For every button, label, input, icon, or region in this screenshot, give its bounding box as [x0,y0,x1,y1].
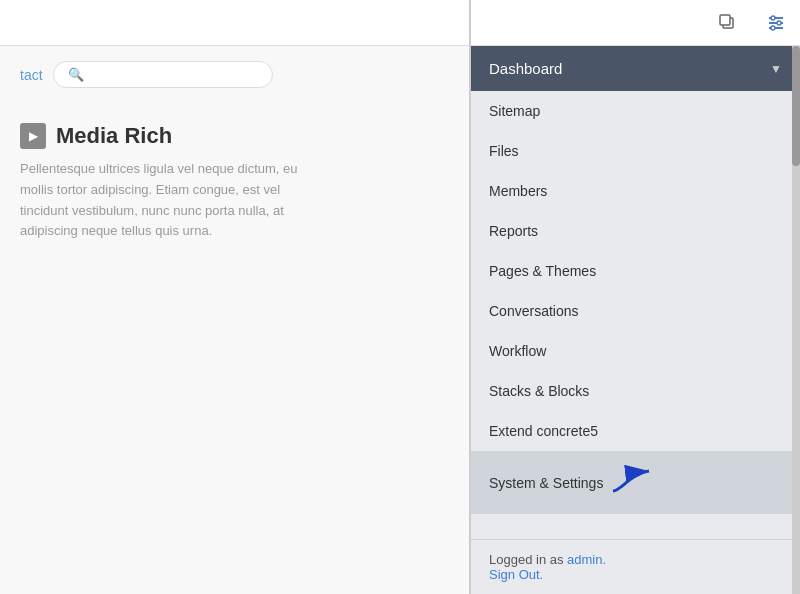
media-card: ▶ Media Rich Pellentesque ultrices ligul… [0,103,470,262]
dropdown-top-bar [471,0,800,46]
menu-item-workflow[interactable]: Workflow [471,331,800,371]
play-icon: ▶ [20,123,46,149]
logged-in-text: Logged in as [489,552,563,567]
svg-point-6 [777,21,781,25]
dashboard-header[interactable]: Dashboard ▼ [471,46,800,91]
menu-footer: Logged in as admin. Sign Out. [471,539,800,594]
content-search-area: tact 🔍 [0,46,470,103]
search-input-wrap[interactable]: 🔍 [53,61,273,88]
scrollbar[interactable] [792,46,800,594]
menu-item-pages-themes[interactable]: Pages & Themes [471,251,800,291]
top-bar [0,0,470,46]
scrollbar-thumb[interactable] [792,46,800,166]
menu-item-members[interactable]: Members [471,171,800,211]
dropdown-panel: Dashboard ▼ Sitemap Files Members Report… [470,0,800,594]
arrow-indicator [611,463,655,502]
dashboard-label: Dashboard [489,60,562,77]
menu-item-stacks-blocks[interactable]: Stacks & Blocks [471,371,800,411]
menu-item-sitemap[interactable]: Sitemap [471,91,800,131]
username-link[interactable]: admin. [567,552,606,567]
copy-icon-button[interactable] [714,9,742,37]
menu-item-extend[interactable]: Extend concrete5 [471,411,800,451]
filter-icon-button[interactable] [762,9,790,37]
menu-item-reports[interactable]: Reports [471,211,800,251]
svg-point-7 [771,26,775,30]
media-body-text: Pellentesque ultrices ligula vel neque d… [20,159,330,242]
menu-list: Sitemap Files Members Reports Pages & Th… [471,91,800,539]
menu-item-system-settings[interactable]: System & Settings [471,451,800,514]
main-content: tact 🔍 ▶ Media Rich Pellentesque ultrice… [0,0,470,594]
menu-item-files[interactable]: Files [471,131,800,171]
media-title: Media Rich [56,123,172,149]
dashboard-chevron-icon: ▼ [770,62,782,76]
search-icon: 🔍 [68,67,84,82]
contact-label: tact [20,67,43,83]
svg-rect-1 [720,15,730,25]
svg-point-5 [771,16,775,20]
menu-item-conversations[interactable]: Conversations [471,291,800,331]
sign-out-link[interactable]: Sign Out. [489,567,543,582]
media-card-title-row: ▶ Media Rich [20,123,450,149]
